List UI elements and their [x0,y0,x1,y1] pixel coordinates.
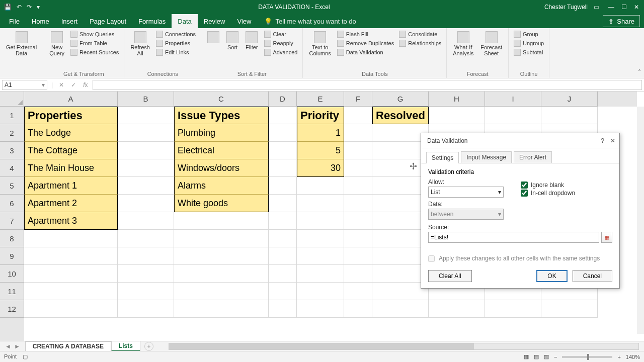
cell-E5[interactable] [297,177,344,195]
ok-button[interactable]: OK [536,270,567,282]
clear-all-button[interactable]: Clear All [428,270,472,282]
ignore-blank-checkbox[interactable] [521,182,528,189]
cell-C7[interactable] [174,212,269,230]
cell-A12[interactable] [24,300,118,318]
cell-H12[interactable] [429,300,485,318]
data-validation-button[interactable]: Data Validation [336,48,395,56]
cancel-button[interactable]: Cancel [573,270,612,282]
edit-links-button[interactable]: Edit Links [155,48,197,56]
cell-E9[interactable] [297,247,344,265]
clear-filter-button[interactable]: Clear [263,30,299,38]
filter-button[interactable]: Filter [244,30,260,51]
cell-F1[interactable] [344,107,372,124]
properties-button[interactable]: Properties [155,39,197,47]
cell-I1[interactable] [485,107,541,124]
cell-F6[interactable] [344,195,372,212]
name-box[interactable]: A1▾ [2,80,47,90]
qat-more-icon[interactable]: ▾ [37,4,40,11]
cell-B9[interactable] [118,247,174,265]
cell-D7[interactable] [269,212,297,230]
zoom-level[interactable]: 140% [626,354,640,360]
from-table-button[interactable]: From Table [69,39,120,47]
close-icon[interactable]: ✕ [634,4,639,11]
column-header-G[interactable]: G [372,92,429,107]
get-external-data-button[interactable]: Get External Data [4,30,39,57]
cell-A5[interactable]: Apartment 1 [24,177,118,195]
column-header-B[interactable]: B [118,92,174,107]
cell-F8[interactable] [344,230,372,247]
connections-button[interactable]: Connections [155,30,197,38]
sheet-tab-creating-database[interactable]: CREATING A DATABASE [25,341,111,351]
cell-A2[interactable]: The Lodge [24,124,118,142]
row-headers[interactable]: 123456789101112 [0,107,24,341]
cell-E8[interactable] [297,230,344,247]
cell-D8[interactable] [269,230,297,247]
tab-home[interactable]: Home [26,14,55,28]
incell-dropdown-checkbox[interactable] [521,190,528,197]
range-picker-button[interactable]: ▦ [601,232,612,243]
refresh-all-button[interactable]: Refresh All [128,30,152,57]
row-header-4[interactable]: 4 [0,159,24,177]
ribbon-display-icon[interactable]: ▭ [594,4,599,11]
column-header-F[interactable]: F [344,92,372,107]
undo-icon[interactable]: ↶ [17,4,22,11]
source-input[interactable] [428,232,599,243]
recent-sources-button[interactable]: Recent Sources [69,48,120,56]
cell-G12[interactable] [372,300,429,318]
redo-icon[interactable]: ↷ [27,4,32,11]
macro-record-icon[interactable]: ▢ [23,353,28,360]
cell-C3[interactable]: Electrical [174,142,269,159]
cell-B3[interactable] [118,142,174,159]
row-header-7[interactable]: 7 [0,212,24,230]
cell-I12[interactable] [485,300,541,318]
cell-B2[interactable] [118,124,174,142]
row-header-5[interactable]: 5 [0,177,24,195]
ungroup-button[interactable]: Ungroup [513,39,545,47]
column-header-I[interactable]: I [485,92,541,107]
cell-B7[interactable] [118,212,174,230]
minimize-icon[interactable]: — [608,4,614,11]
enter-formula-icon[interactable]: ✓ [69,81,78,88]
cell-F2[interactable] [344,124,372,142]
show-queries-button[interactable]: Show Queries [69,30,120,38]
cell-F4[interactable] [344,159,372,177]
tab-view[interactable]: View [231,14,257,28]
collapse-ribbon-icon[interactable]: ˄ [638,69,641,76]
new-query-button[interactable]: New Query [47,30,66,57]
subtotal-button[interactable]: Subtotal [513,48,545,56]
dialog-tab-settings[interactable]: Settings [426,152,459,163]
cell-A11[interactable] [24,283,118,300]
column-header-E[interactable]: E [297,92,344,107]
dialog-titlebar[interactable]: Data Validation ? ✕ [421,133,619,148]
tab-page-layout[interactable]: Page Layout [84,14,132,28]
vertical-scrollbar[interactable] [637,107,644,334]
cell-D12[interactable] [269,300,297,318]
new-sheet-button[interactable]: + [144,342,153,351]
cell-B4[interactable] [118,159,174,177]
cell-A4[interactable]: The Main House [24,159,118,177]
consolidate-button[interactable]: Consolidate [398,30,442,38]
cell-G1[interactable]: Resolved [372,107,429,124]
cell-D10[interactable] [269,265,297,283]
remove-duplicates-button[interactable]: Remove Duplicates [336,39,395,47]
cell-B11[interactable] [118,283,174,300]
column-header-J[interactable]: J [541,92,598,107]
row-header-6[interactable]: 6 [0,195,24,212]
cell-B6[interactable] [118,195,174,212]
cell-A3[interactable]: The Cottage [24,142,118,159]
cell-A8[interactable] [24,230,118,247]
cell-A6[interactable]: Apartment 2 [24,195,118,212]
group-button[interactable]: Group [513,30,545,38]
what-if-button[interactable]: What-If Analysis [451,30,475,57]
select-all-corner[interactable] [0,92,24,107]
cell-C5[interactable]: Alarms [174,177,269,195]
cell-F7[interactable] [344,212,372,230]
cell-E3[interactable]: 5 [297,142,344,159]
dialog-close-icon[interactable]: ✕ [610,137,615,144]
cell-J1[interactable] [541,107,598,124]
cell-F10[interactable] [344,265,372,283]
cell-E1[interactable]: Priority [297,107,344,124]
column-header-D[interactable]: D [269,92,297,107]
cancel-formula-icon[interactable]: ✕ [57,81,66,88]
cell-C11[interactable] [174,283,269,300]
